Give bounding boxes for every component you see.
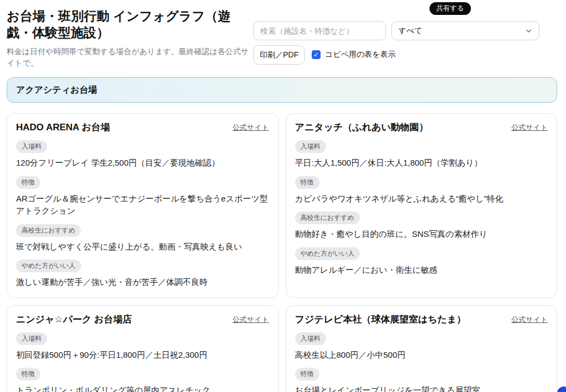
facility-name: アニタッチ（ふれあい動物園） [295, 121, 429, 134]
scroll-top-button-corner[interactable] [557, 386, 566, 392]
checkbox-label: コピペ用の表を表示 [325, 50, 396, 60]
facility-name: ニンジャ☆パーク お台場店 [16, 314, 132, 326]
show-table-checkbox-row[interactable]: ✓ コピペ用の表を表示 [312, 50, 396, 60]
facility-card: HADO ARENA お台場 公式サイト 入場料 120分フリープレイ 学生2,… [7, 113, 279, 298]
feature-value: カピバラやワオキツネザル等とふれあえる“癒やし”特化 [295, 193, 548, 205]
fee-tag: 入場料 [295, 332, 326, 345]
fee-value: 高校生以上800円／小中500円 [295, 349, 548, 362]
feature-value: ARゴーグル＆腕センサーでエナジーボールを撃ち合うeスポーツ型アトラクション [16, 193, 269, 218]
official-site-link[interactable]: 公式サイト [511, 315, 548, 325]
category-filter-select[interactable]: すべて [391, 21, 539, 40]
section-title: アクアシティお台場 [16, 84, 97, 96]
facility-card-grid: HADO ARENA お台場 公式サイト 入場料 120分フリープレイ 学生2,… [7, 113, 557, 392]
recommend-tag: 高校生におすすめ [295, 211, 360, 224]
search-input[interactable] [253, 21, 386, 40]
page-header: お台場・班別行動 インフォグラフ（遊戯・体験型施設） 料金は日付や時間帯で変動す… [7, 8, 254, 69]
avoid-tag: やめた方がいい人 [16, 259, 81, 272]
category-filter-value: すべて [399, 26, 422, 36]
facility-name: フジテレビ本社（球体展望室はちたま） [295, 314, 467, 326]
page-title: お台場・班別行動 インフォグラフ（遊戯・体験型施設） [7, 8, 254, 41]
avoid-tag: やめた方がいい人 [295, 247, 360, 260]
fee-tag: 入場料 [16, 140, 47, 153]
official-site-link[interactable]: 公式サイト [511, 123, 548, 133]
avoid-value: 激しい運動が苦手／強い光・音が苦手／体調不良時 [16, 276, 269, 289]
fee-value: 平日:大人1,500円／休日:大人1,800円（学割あり） [295, 157, 548, 169]
avoid-value: 動物アレルギー／におい・衛生に敏感 [295, 264, 548, 277]
feature-tag: 特徴 [16, 176, 40, 189]
recommend-tag: 高校生におすすめ [16, 224, 81, 237]
recommend-value: 動物好き・癒やし目的の班に。SNS写真の素材作り [295, 228, 548, 241]
checkbox-checked-icon[interactable]: ✓ [312, 50, 321, 59]
page-subtitle: 料金は日付や時間帯で変動する場合があります。最終確認は各公式サイトで。 [7, 46, 254, 69]
fee-tag: 入場料 [16, 332, 47, 345]
feature-value: お台場とレインボーブリッジを一望できる展望室 [295, 384, 548, 392]
facility-name: HADO ARENA お台場 [16, 121, 110, 134]
fee-tag: 入場料 [295, 140, 326, 153]
feature-tag: 特徴 [16, 368, 40, 380]
fee-value: 120分フリープレイ 学生2,500円（目安／要現地確認） [16, 157, 269, 169]
feature-tag: 特徴 [295, 368, 319, 380]
recommend-value: 班で対戦しやすく公平に盛り上がる。動画・写真映えも良い [16, 241, 269, 253]
fee-value: 初回登録500円＋90分:平日1,800円／土日祝2,300円 [16, 349, 269, 362]
section-header-aquacity[interactable]: アクアシティお台場 [7, 77, 557, 103]
print-pdf-button[interactable]: 印刷／PDF [253, 45, 305, 65]
facility-card: フジテレビ本社（球体展望室はちたま） 公式サイト 入場料 高校生以上800円／小… [286, 305, 558, 392]
official-site-link[interactable]: 公式サイト [233, 123, 269, 133]
feature-tag: 特徴 [295, 176, 319, 189]
chevron-down-icon [525, 27, 532, 34]
feature-value: トランポリン・ボルダリング等の屋内アスレチック [16, 384, 269, 392]
facility-card: アニタッチ（ふれあい動物園） 公式サイト 入場料 平日:大人1,500円／休日:… [286, 113, 558, 298]
share-button[interactable]: 共有する [429, 2, 471, 15]
official-site-link[interactable]: 公式サイト [233, 315, 269, 325]
facility-card: ニンジャ☆パーク お台場店 公式サイト 入場料 初回登録500円＋90分:平日1… [7, 305, 279, 392]
